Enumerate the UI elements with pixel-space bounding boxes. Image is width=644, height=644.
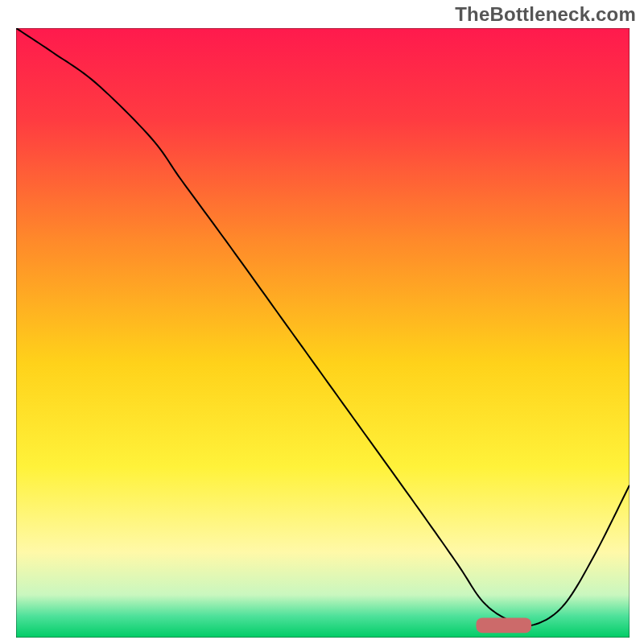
plot-area — [16, 28, 630, 638]
watermark-text: TheBottleneck.com — [455, 3, 636, 26]
gradient-background — [16, 28, 630, 638]
figure: TheBottleneck.com — [0, 0, 644, 644]
optimal-marker — [477, 617, 532, 633]
